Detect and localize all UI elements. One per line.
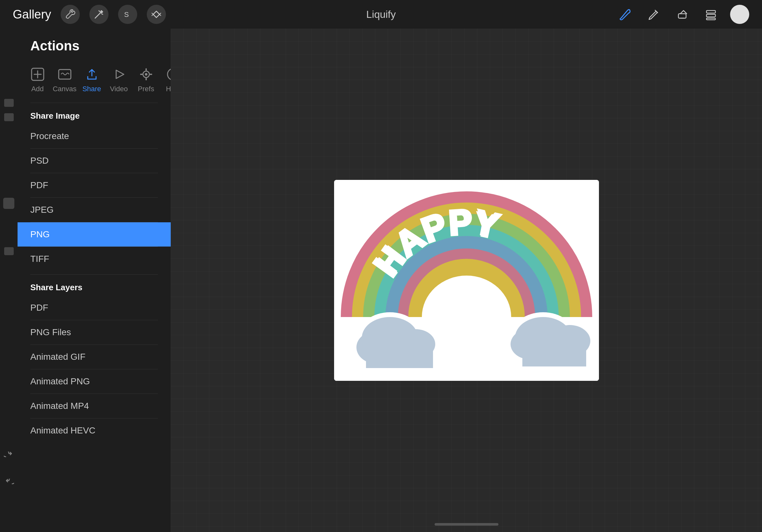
menu-tiff[interactable]: TIFF xyxy=(18,247,171,271)
undo-button[interactable] xyxy=(1,449,17,467)
svg-rect-14 xyxy=(145,68,147,71)
menu-animated-mp4[interactable]: Animated MP4 xyxy=(18,394,171,418)
smudge-icon[interactable]: S xyxy=(118,5,137,24)
left-tool-3[interactable] xyxy=(3,198,14,209)
top-bar-right xyxy=(615,5,749,24)
undo-redo-panel xyxy=(0,449,18,500)
svg-marker-11 xyxy=(116,70,124,79)
video-tab-label: Video xyxy=(110,85,128,93)
menu-procreate[interactable]: Procreate xyxy=(18,124,171,148)
main-content: Actions Add xyxy=(0,29,762,532)
canvas-drawing: HAPPY HAPPY xyxy=(334,180,599,381)
redo-button[interactable] xyxy=(1,476,17,494)
svg-point-13 xyxy=(145,73,147,76)
menu-animated-gif[interactable]: Animated GIF xyxy=(18,345,171,369)
pen-icon[interactable] xyxy=(644,5,663,24)
rainbow-illustration: HAPPY HAPPY xyxy=(334,180,599,381)
wrench-icon[interactable] xyxy=(61,5,80,24)
magic-wand-icon[interactable] xyxy=(89,5,109,24)
canvas-tab-label: Canvas xyxy=(53,85,77,93)
tab-bar: Add Canvas Share xyxy=(18,63,171,103)
menu-animated-png[interactable]: Animated PNG xyxy=(18,369,171,394)
canvas-title: Liquify xyxy=(366,9,396,21)
eraser-icon[interactable] xyxy=(673,5,692,24)
menu-psd[interactable]: PSD xyxy=(18,149,171,173)
canvas-area[interactable]: HAPPY HAPPY xyxy=(171,29,762,532)
tab-prefs[interactable]: Prefs xyxy=(132,63,160,96)
tab-canvas[interactable]: Canvas xyxy=(51,63,78,96)
actions-title: Actions xyxy=(18,38,171,63)
share-tab-icon xyxy=(84,66,100,82)
user-avatar[interactable] xyxy=(730,5,749,24)
brush-icon[interactable] xyxy=(615,5,634,24)
menu-animated-hevc[interactable]: Animated HEVC xyxy=(18,419,171,443)
add-tab-label: Add xyxy=(31,85,44,93)
canvas-scrollbar[interactable] xyxy=(435,523,498,526)
svg-rect-4 xyxy=(707,11,716,13)
canvas-tab-icon xyxy=(57,66,73,82)
left-tool-4[interactable] xyxy=(4,247,14,255)
menu-png-files[interactable]: PNG Files xyxy=(18,320,171,345)
menu-pdf-layers[interactable]: PDF xyxy=(18,296,171,320)
add-tab-icon xyxy=(30,66,45,82)
tab-video[interactable]: Video xyxy=(105,63,132,96)
top-bar: Gallery S Liquify xyxy=(0,0,762,29)
svg-text:S: S xyxy=(124,11,129,19)
share-image-header: Share Image xyxy=(18,103,171,124)
share-layers-header: Share Layers xyxy=(18,275,171,296)
menu-png[interactable]: PNG xyxy=(18,222,171,246)
share-tab-label: Share xyxy=(82,85,101,93)
prefs-tab-label: Prefs xyxy=(138,85,154,93)
prefs-tab-icon xyxy=(138,66,154,82)
video-tab-icon xyxy=(111,66,127,82)
svg-rect-32 xyxy=(366,349,433,368)
svg-rect-41 xyxy=(522,347,586,366)
svg-rect-17 xyxy=(150,74,152,75)
layers-icon[interactable] xyxy=(701,5,721,24)
svg-rect-5 xyxy=(707,14,716,17)
svg-rect-2 xyxy=(678,14,686,18)
menu-jpeg[interactable]: JPEG xyxy=(18,198,171,222)
gallery-button[interactable]: Gallery xyxy=(13,8,51,21)
left-tool-2[interactable] xyxy=(4,113,14,121)
transform-icon[interactable] xyxy=(147,5,166,24)
menu-pdf-image[interactable]: PDF xyxy=(18,173,171,197)
tab-share[interactable]: Share xyxy=(78,63,105,96)
tab-add[interactable]: Add xyxy=(24,63,51,96)
svg-rect-6 xyxy=(707,18,716,20)
left-tool-1[interactable] xyxy=(4,99,14,107)
actions-panel: Actions Add xyxy=(18,29,171,532)
top-bar-left: Gallery S xyxy=(13,5,166,24)
svg-rect-15 xyxy=(145,78,147,80)
svg-rect-16 xyxy=(140,74,143,75)
